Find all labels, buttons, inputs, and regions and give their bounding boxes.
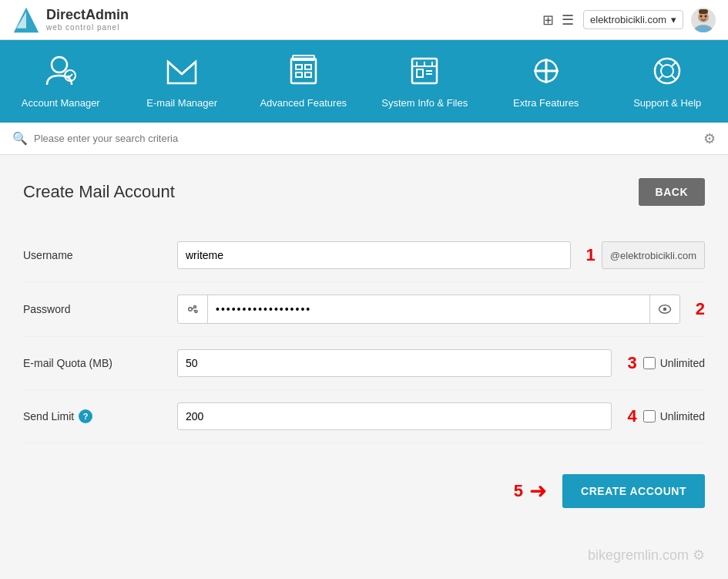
nav-label-support-help: Support & Help xyxy=(633,97,701,109)
search-input[interactable] xyxy=(34,133,697,144)
grid-view-icon[interactable]: ⊞ xyxy=(541,10,555,30)
nav-label-system-info: System Info & Files xyxy=(381,97,468,109)
svg-line-12 xyxy=(168,62,182,74)
list-view-icon[interactable]: ☰ xyxy=(560,10,575,30)
quota-row: E-mail Quota (MB) 3 Unlimited xyxy=(23,337,705,390)
svg-point-9 xyxy=(52,57,67,72)
svg-line-41 xyxy=(194,311,196,311)
password-wrapper xyxy=(177,295,680,324)
search-icon: 🔍 xyxy=(12,131,28,146)
svg-rect-17 xyxy=(296,72,302,77)
svg-point-7 xyxy=(705,15,707,17)
nav-bar: Account Manager E-mail Manager Advanced … xyxy=(0,40,728,123)
step-3-number: 3 xyxy=(627,353,636,373)
domain-selector[interactable]: elektrobicikli.com ▾ xyxy=(583,10,683,29)
svg-line-34 xyxy=(672,62,676,66)
nav-label-advanced-features: Advanced Features xyxy=(260,97,347,109)
svg-point-38 xyxy=(194,306,196,308)
username-row: Username 1 @elektrobicikli.com xyxy=(23,229,705,282)
view-toggle: ⊞ ☰ xyxy=(541,10,575,30)
arrow-right-icon: ➜ xyxy=(529,480,547,502)
settings-icon[interactable]: ⚙ xyxy=(703,130,716,147)
send-limit-unlimited-checkbox[interactable] xyxy=(643,410,656,422)
chevron-down-icon: ▾ xyxy=(671,14,676,25)
nav-item-account-manager[interactable]: Account Manager xyxy=(0,40,122,123)
quota-control: 3 Unlimited xyxy=(177,349,705,377)
system-info-icon xyxy=(406,54,443,93)
password-label: Password xyxy=(23,303,177,315)
svg-point-43 xyxy=(663,308,667,311)
logo-text: DirectAdmin web control panel xyxy=(46,8,129,32)
user-avatar-icon xyxy=(691,8,716,32)
send-limit-help-icon[interactable]: ? xyxy=(79,409,92,423)
create-account-button[interactable]: CREATE ACCOUNT xyxy=(562,474,705,508)
svg-point-32 xyxy=(661,65,673,77)
page-header-row: Create Mail Account BACK xyxy=(23,178,705,206)
password-row: Password xyxy=(23,282,705,337)
support-help-icon xyxy=(649,54,686,93)
svg-line-33 xyxy=(658,62,663,66)
svg-rect-18 xyxy=(305,72,311,77)
username-control: 1 @elektrobicikli.com xyxy=(177,241,705,269)
domain-name: elektrobicikli.com xyxy=(590,14,666,25)
password-generate-button[interactable] xyxy=(178,295,208,323)
search-bar: 🔍 ⚙ xyxy=(0,123,728,155)
svg-rect-16 xyxy=(305,65,311,69)
send-limit-unlimited-area: Unlimited xyxy=(643,410,705,422)
password-show-button[interactable] xyxy=(649,295,679,323)
top-header: DirectAdmin web control panel ⊞ ☰ elektr… xyxy=(0,0,728,40)
nav-item-support-help[interactable]: Support & Help xyxy=(607,40,729,123)
svg-rect-8 xyxy=(699,9,708,14)
quota-unlimited-label: Unlimited xyxy=(660,357,705,369)
nav-item-email-manager[interactable]: E-mail Manager xyxy=(122,40,243,123)
create-mail-form: Username 1 @elektrobicikli.com Password xyxy=(23,229,705,443)
password-control: 2 xyxy=(177,295,705,324)
nav-item-system-info[interactable]: System Info & Files xyxy=(364,40,486,123)
advanced-features-icon xyxy=(285,54,322,93)
quota-unlimited-area: Unlimited xyxy=(643,357,705,369)
domain-suffix: @elektrobicikli.com xyxy=(602,241,705,269)
svg-rect-22 xyxy=(417,69,423,77)
header-right: ⊞ ☰ elektrobicikli.com ▾ xyxy=(541,8,716,32)
nav-label-extra-features: Extra Features xyxy=(513,97,579,109)
logo-area: DirectAdmin web control panel xyxy=(12,6,129,34)
step-2-number: 2 xyxy=(696,299,705,319)
send-limit-control: 4 Unlimited xyxy=(177,402,705,430)
svg-point-6 xyxy=(700,15,703,17)
quota-label: E-mail Quota (MB) xyxy=(23,357,177,369)
svg-rect-15 xyxy=(296,65,302,69)
arrow-hint: 5 ➜ xyxy=(514,480,547,502)
nav-label-email-manager: E-mail Manager xyxy=(146,97,217,109)
email-manager-icon xyxy=(163,54,200,93)
quota-input[interactable] xyxy=(177,349,612,377)
send-limit-label: Send Limit ? xyxy=(23,409,177,423)
action-row: 5 ➜ CREATE ACCOUNT xyxy=(23,474,705,508)
account-manager-icon xyxy=(42,54,79,93)
step-5-number: 5 xyxy=(514,481,523,501)
extra-features-icon xyxy=(528,54,565,93)
step-4-number: 4 xyxy=(627,406,636,426)
username-label: Username xyxy=(23,249,177,261)
page-title: Create Mail Account xyxy=(23,182,175,202)
svg-point-37 xyxy=(189,308,193,311)
username-input[interactable] xyxy=(177,241,571,269)
send-limit-row: Send Limit ? 4 Unlimited xyxy=(23,390,705,443)
brand-name: DirectAdmin xyxy=(46,8,129,23)
svg-line-13 xyxy=(182,62,196,74)
step-1-number: 1 xyxy=(586,245,595,265)
svg-line-35 xyxy=(658,76,663,80)
svg-rect-14 xyxy=(291,59,316,83)
back-button[interactable]: BACK xyxy=(639,178,705,206)
quota-unlimited-checkbox[interactable] xyxy=(643,357,656,369)
avatar[interactable] xyxy=(691,8,716,32)
nav-item-extra-features[interactable]: Extra Features xyxy=(485,40,607,123)
password-input[interactable] xyxy=(208,296,649,322)
nav-label-account-manager: Account Manager xyxy=(22,97,100,109)
footer-watermark: bikegremlin.com ⚙ xyxy=(0,531,728,571)
nav-item-advanced-features[interactable]: Advanced Features xyxy=(243,40,364,123)
send-limit-input[interactable] xyxy=(177,402,612,430)
brand-sub: web control panel xyxy=(46,23,129,32)
send-limit-unlimited-label: Unlimited xyxy=(660,410,705,422)
main-content: Create Mail Account BACK Username 1 @ele… xyxy=(0,155,728,531)
da-logo-icon xyxy=(12,6,40,34)
